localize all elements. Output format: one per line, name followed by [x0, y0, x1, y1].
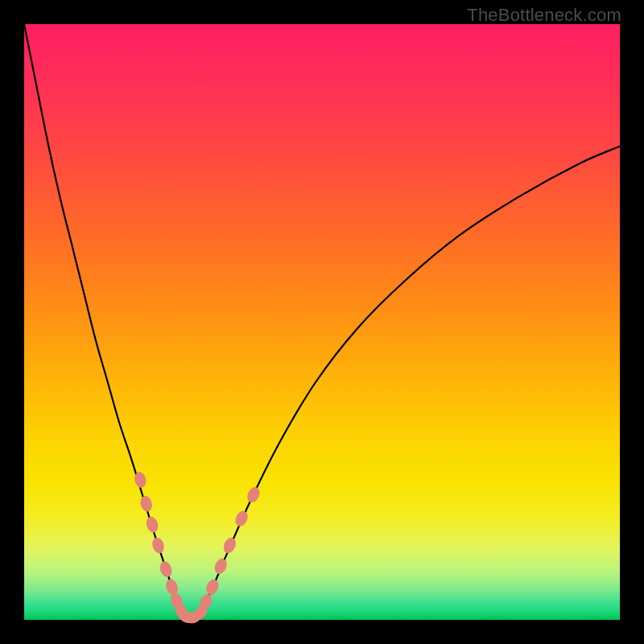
near-optimal-marker: [233, 509, 250, 528]
near-optimal-marker: [151, 536, 166, 555]
near-optimal-marker: [145, 515, 160, 534]
plot-area: [24, 24, 620, 620]
near-optimal-marker: [204, 577, 221, 597]
near-optimal-marker: [221, 536, 238, 555]
near-optimal-marker: [158, 559, 174, 578]
chart-frame: TheBottleneck.com: [0, 0, 644, 644]
marker-group: [133, 471, 262, 625]
near-optimal-marker: [245, 485, 262, 505]
near-optimal-marker: [213, 556, 229, 576]
near-optimal-marker: [138, 494, 154, 513]
left-branch-curve: [24, 24, 185, 617]
watermark-label: TheBottleneck.com: [467, 5, 621, 26]
right-branch-curve: [197, 147, 620, 617]
curve-layer: [24, 24, 620, 620]
